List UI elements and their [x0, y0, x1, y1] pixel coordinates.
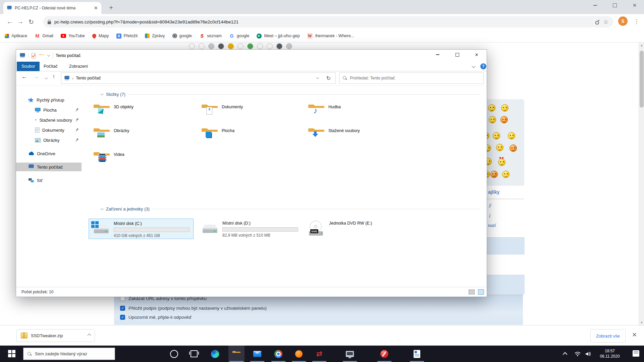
download-bar-close-icon[interactable]: ✕: [632, 331, 637, 339]
properties-check-icon[interactable]: [31, 53, 36, 59]
tray-volume[interactable]: [585, 346, 592, 362]
checkbox[interactable]: [120, 306, 125, 311]
padlock-icon[interactable]: [48, 21, 51, 24]
bookmark-gmail[interactable]: MGmail: [35, 33, 53, 39]
tray-show-hidden-icons[interactable]: [564, 346, 567, 362]
bookmark-google-1[interactable]: google: [172, 34, 192, 38]
bookmark-hermanek[interactable]: W/hermanek - Where...: [307, 33, 354, 39]
bookmark-apps[interactable]: Aplikace: [5, 34, 27, 38]
qat-dropdown-icon[interactable]: [47, 53, 50, 56]
window-minimize-button[interactable]: [587, 0, 603, 11]
smiley-robot-headphones-icon[interactable]: [496, 144, 503, 151]
bookmark-meet[interactable]: Meet – jjd-ufsc-gep: [257, 34, 300, 39]
smiley-icon[interactable]: [237, 43, 244, 49]
smiley-icon[interactable]: [286, 43, 292, 49]
sidebar-item-onedrive[interactable]: OneDrive: [16, 149, 82, 158]
taskbar-file-explorer[interactable]: [228, 346, 245, 362]
explorer-title-bar[interactable]: Tento počítač: [16, 50, 487, 62]
back-button[interactable]: ←: [5, 17, 15, 27]
bookmark-seznam[interactable]: Sseznam: [199, 33, 222, 39]
new-tab-button[interactable]: +: [107, 3, 115, 12]
bookmark-star-icon[interactable]: ☆: [603, 18, 608, 25]
folder-tile-3d-objekty[interactable]: 3D objekty: [93, 103, 194, 122]
forum-link-smilies[interactable]: ajlíky: [488, 189, 499, 195]
smiley-icon[interactable]: [267, 43, 273, 49]
address-dropdown-icon[interactable]: [316, 76, 319, 79]
details-view-toggle-icon[interactable]: [469, 289, 475, 295]
smiley-nerd-glasses-icon[interactable]: [509, 144, 517, 152]
smiley-in-love-icon[interactable]: ♥♥: [498, 159, 505, 166]
bookmark-google-2[interactable]: Ggoogle: [229, 33, 250, 39]
smiley-icon[interactable]: [247, 43, 253, 49]
explorer-close-button[interactable]: ✕: [469, 50, 484, 60]
window-maximize-button[interactable]: [607, 0, 623, 11]
scroll-down-arrow[interactable]: ▼: [639, 320, 644, 325]
taskbar-sync-app[interactable]: ⇄: [311, 346, 327, 362]
smiley-icon[interactable]: [199, 43, 205, 49]
collapse-chevron-icon[interactable]: [100, 207, 103, 210]
smiley-tongue-icon[interactable]: [489, 116, 496, 123]
tab-close-icon[interactable]: ✕: [94, 5, 98, 11]
smiley-icon[interactable]: [276, 43, 282, 49]
taskbar-search-box[interactable]: Sem zadejte hledaný výraz: [23, 348, 115, 360]
smiley-monocle-icon[interactable]: [502, 171, 509, 178]
start-button[interactable]: [3, 346, 19, 362]
sidebar-item-obrazky[interactable]: Obrázky: [16, 136, 82, 144]
download-filename[interactable]: SSDTweaker.zip: [31, 333, 85, 338]
sidebar-item-sit[interactable]: Síť: [16, 176, 82, 185]
ribbon-tab-pocitac[interactable]: Počítač: [39, 62, 62, 71]
download-item[interactable]: SSDTweaker.zip: [16, 329, 95, 342]
taskbar-player-app[interactable]: [376, 346, 392, 362]
nav-back-icon[interactable]: ←: [21, 73, 27, 80]
smiley-neutral-icon[interactable]: [490, 171, 498, 178]
bookmark-maps[interactable]: Mapy: [92, 34, 109, 38]
explorer-maximize-button[interactable]: [449, 50, 465, 60]
checkbox[interactable]: [120, 315, 125, 320]
tray-wifi[interactable]: [574, 346, 581, 362]
taskbar-avast[interactable]: [291, 346, 307, 362]
smiley-icon[interactable]: [228, 43, 234, 49]
cortana-button[interactable]: [166, 346, 182, 362]
drive-tile-dvd[interactable]: DVD Jednotka DVD RW (E:): [304, 219, 378, 239]
help-icon[interactable]: ?: [480, 63, 486, 69]
folder-tile-stazene-soubory[interactable]: Stažené soubory: [308, 127, 408, 146]
bookmark-news[interactable]: Zprávy: [145, 34, 165, 38]
browser-menu-icon[interactable]: ⋮: [633, 17, 641, 26]
url-text[interactable]: pc-help.cnews.cz/posting.php?f=7&mode=po…: [54, 19, 591, 24]
folders-group-header[interactable]: Složky (7): [101, 92, 480, 97]
sidebar-item-quick-access[interactable]: Rychlý přístup: [16, 96, 82, 104]
drives-group-header[interactable]: Zařízení a jednotky (3): [101, 206, 480, 212]
ribbon-tab-zobrazeni[interactable]: Zobrazení: [64, 62, 93, 71]
folder-tile-dokumenty[interactable]: A Dokumenty: [201, 103, 302, 122]
sidebar-item-tento-pocitac[interactable]: Tento počítač: [16, 163, 82, 171]
smiley-icon[interactable]: [218, 43, 224, 49]
show-all-downloads-button[interactable]: Zobrazit vše: [590, 329, 626, 343]
tray-clock[interactable]: 18:57 06.11.2020: [593, 348, 627, 359]
sidebar-item-dokumenty[interactable]: Dokumenty: [16, 126, 82, 134]
scroll-up-arrow[interactable]: ▲: [639, 43, 644, 48]
smiley-icon[interactable]: [189, 43, 195, 49]
taskbar-mail[interactable]: [249, 346, 265, 362]
smiley-wink-icon[interactable]: [493, 132, 500, 139]
forum-link-3[interactable]: nutí: [488, 223, 496, 228]
taskbar-edge[interactable]: [207, 346, 223, 362]
ribbon-expand-icon[interactable]: [472, 64, 475, 68]
bookmark-youtube[interactable]: YouTube: [61, 34, 85, 38]
folder-tile-hudba[interactable]: ♪ Hudba: [308, 103, 408, 122]
action-center-icon[interactable]: [633, 350, 639, 357]
browser-tab[interactable]: PC-HELP.CZ - Odeslat nové téma ✕: [3, 2, 101, 14]
nav-forward-icon[interactable]: →: [34, 73, 39, 80]
folder-tile-videa[interactable]: Videa: [93, 150, 194, 170]
explorer-minimize-button[interactable]: [430, 50, 445, 60]
smiley-surprised-icon[interactable]: [488, 104, 495, 112]
smiley-flushed-icon[interactable]: [501, 104, 508, 112]
forum-link-1[interactable]: ý: [489, 202, 491, 208]
profile-avatar[interactable]: S: [618, 16, 628, 26]
folder-tile-obrazky[interactable]: Obrázky: [93, 127, 194, 146]
forward-button[interactable]: →: [15, 17, 25, 27]
smiley-laugh-icon[interactable]: [508, 132, 515, 139]
forum-link-2[interactable]: í: [489, 213, 490, 219]
ribbon-tab-soubor[interactable]: Soubor: [17, 62, 40, 71]
address-bar[interactable]: pc-help.cnews.cz/posting.php?f=7&mode=po…: [43, 16, 613, 27]
breadcrumb-bar[interactable]: › Tento počítač: [61, 72, 322, 84]
